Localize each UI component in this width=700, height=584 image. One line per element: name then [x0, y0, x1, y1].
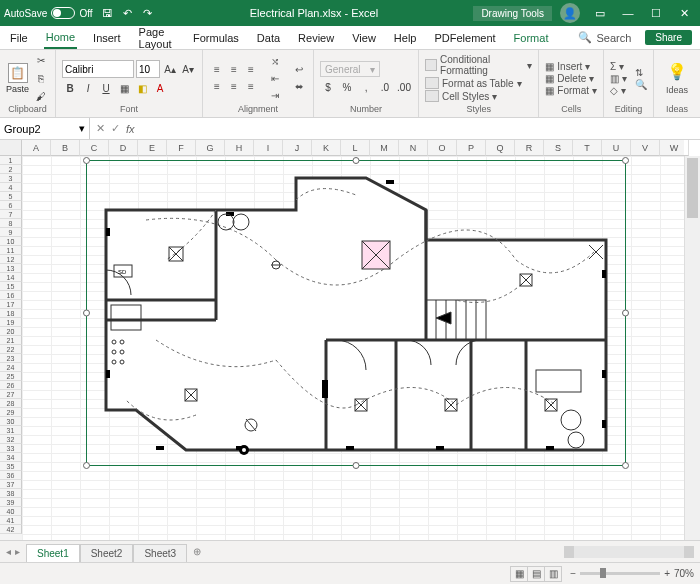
- cancel-formula-icon[interactable]: ✕: [96, 122, 105, 135]
- format-cells-button[interactable]: ▦Format▾: [545, 85, 597, 96]
- formula-input[interactable]: [141, 118, 700, 139]
- number-format-combo[interactable]: General▾: [320, 61, 380, 77]
- paste-button[interactable]: 📋 Paste: [6, 63, 29, 94]
- align-left-icon[interactable]: ≡: [209, 79, 225, 95]
- column-header[interactable]: L: [341, 140, 370, 156]
- tab-data[interactable]: Data: [255, 28, 282, 48]
- indent-increase-icon[interactable]: ⇥: [267, 87, 283, 103]
- normal-view-icon[interactable]: ▦: [510, 566, 528, 582]
- sheet-tab-3[interactable]: Sheet3: [133, 544, 187, 562]
- tab-pdfelement[interactable]: PDFelement: [432, 28, 497, 48]
- row-header[interactable]: 5: [0, 192, 22, 201]
- indent-decrease-icon[interactable]: ⇤: [267, 70, 283, 86]
- row-header[interactable]: 3: [0, 174, 22, 183]
- undo-icon[interactable]: ↶: [121, 6, 135, 20]
- row-header[interactable]: 2: [0, 165, 22, 174]
- row-header[interactable]: 8: [0, 219, 22, 228]
- row-header[interactable]: 28: [0, 399, 22, 408]
- row-header[interactable]: 35: [0, 462, 22, 471]
- alignment-grid[interactable]: ≡≡≡ ≡≡≡: [209, 62, 259, 95]
- tab-file[interactable]: File: [8, 28, 30, 48]
- tab-insert[interactable]: Insert: [91, 28, 123, 48]
- row-header[interactable]: 36: [0, 471, 22, 480]
- column-header[interactable]: P: [457, 140, 486, 156]
- orientation-icon[interactable]: ⤭: [267, 53, 283, 69]
- copy-icon[interactable]: ⎘: [33, 70, 49, 86]
- row-header[interactable]: 30: [0, 417, 22, 426]
- row-header[interactable]: 34: [0, 453, 22, 462]
- column-header[interactable]: Q: [486, 140, 515, 156]
- column-header[interactable]: W: [660, 140, 689, 156]
- column-header[interactable]: E: [138, 140, 167, 156]
- row-header[interactable]: 41: [0, 516, 22, 525]
- vertical-scrollbar[interactable]: [684, 156, 700, 540]
- user-avatar[interactable]: 👤: [560, 3, 580, 23]
- column-header[interactable]: R: [515, 140, 544, 156]
- italic-icon[interactable]: I: [80, 80, 96, 96]
- tab-formulas[interactable]: Formulas: [191, 28, 241, 48]
- fill-button[interactable]: ▥▾: [610, 73, 627, 84]
- tab-format[interactable]: Format: [512, 28, 551, 48]
- row-header[interactable]: 11: [0, 246, 22, 255]
- resize-handle[interactable]: [83, 462, 90, 469]
- column-header[interactable]: A: [22, 140, 51, 156]
- column-header[interactable]: I: [254, 140, 283, 156]
- zoom-percent[interactable]: 70%: [674, 568, 694, 579]
- bold-icon[interactable]: B: [62, 80, 78, 96]
- row-header[interactable]: 13: [0, 264, 22, 273]
- cut-icon[interactable]: ✂: [33, 52, 49, 68]
- resize-handle[interactable]: [83, 157, 90, 164]
- align-bottom-icon[interactable]: ≡: [243, 62, 259, 78]
- resize-handle[interactable]: [622, 462, 629, 469]
- close-icon[interactable]: ✕: [672, 7, 696, 20]
- find-select-button[interactable]: 🔍: [635, 79, 647, 90]
- row-headers[interactable]: 1234567891011121314151617181920212223242…: [0, 156, 22, 540]
- wrap-text-icon[interactable]: ↩: [291, 62, 307, 78]
- row-header[interactable]: 18: [0, 309, 22, 318]
- column-header[interactable]: B: [51, 140, 80, 156]
- row-header[interactable]: 25: [0, 372, 22, 381]
- row-header[interactable]: 37: [0, 480, 22, 489]
- page-break-view-icon[interactable]: ▥: [544, 566, 562, 582]
- tab-page-layout[interactable]: Page Layout: [137, 22, 177, 54]
- clear-button[interactable]: ◇▾: [610, 85, 627, 96]
- row-header[interactable]: 39: [0, 498, 22, 507]
- column-header[interactable]: O: [428, 140, 457, 156]
- font-size-input[interactable]: [136, 60, 160, 78]
- redo-icon[interactable]: ↷: [141, 6, 155, 20]
- format-painter-icon[interactable]: 🖌: [33, 88, 49, 104]
- comma-icon[interactable]: ,: [358, 79, 374, 95]
- increase-decimal-icon[interactable]: .0: [377, 79, 393, 95]
- align-top-icon[interactable]: ≡: [209, 62, 225, 78]
- tab-help[interactable]: Help: [392, 28, 419, 48]
- row-header[interactable]: 42: [0, 525, 22, 534]
- row-header[interactable]: 26: [0, 381, 22, 390]
- row-header[interactable]: 31: [0, 426, 22, 435]
- grid[interactable]: SD: [22, 156, 684, 540]
- tab-home[interactable]: Home: [44, 27, 77, 49]
- column-header[interactable]: T: [573, 140, 602, 156]
- decrease-decimal-icon[interactable]: .00: [396, 79, 412, 95]
- align-right-icon[interactable]: ≡: [243, 79, 259, 95]
- row-header[interactable]: 6: [0, 201, 22, 210]
- fill-color-icon[interactable]: ◧: [134, 80, 150, 96]
- row-header[interactable]: 10: [0, 237, 22, 246]
- row-header[interactable]: 22: [0, 345, 22, 354]
- column-header[interactable]: M: [370, 140, 399, 156]
- row-header[interactable]: 16: [0, 291, 22, 300]
- row-header[interactable]: 38: [0, 489, 22, 498]
- row-header[interactable]: 33: [0, 444, 22, 453]
- sheet-tab-2[interactable]: Sheet2: [80, 544, 134, 562]
- conditional-formatting-button[interactable]: Conditional Formatting▾: [425, 54, 532, 76]
- cell-styles-button[interactable]: Cell Styles▾: [425, 90, 532, 102]
- sheet-tab-1[interactable]: Sheet1: [26, 544, 80, 562]
- row-header[interactable]: 29: [0, 408, 22, 417]
- autosave-toggle[interactable]: AutoSave Off: [4, 7, 93, 19]
- row-header[interactable]: 17: [0, 300, 22, 309]
- resize-handle[interactable]: [353, 462, 360, 469]
- maximize-icon[interactable]: ☐: [644, 7, 668, 20]
- zoom-control[interactable]: − + 70%: [570, 568, 694, 579]
- floorplan-drawing[interactable]: SD: [96, 170, 616, 460]
- underline-icon[interactable]: U: [98, 80, 114, 96]
- row-header[interactable]: 23: [0, 354, 22, 363]
